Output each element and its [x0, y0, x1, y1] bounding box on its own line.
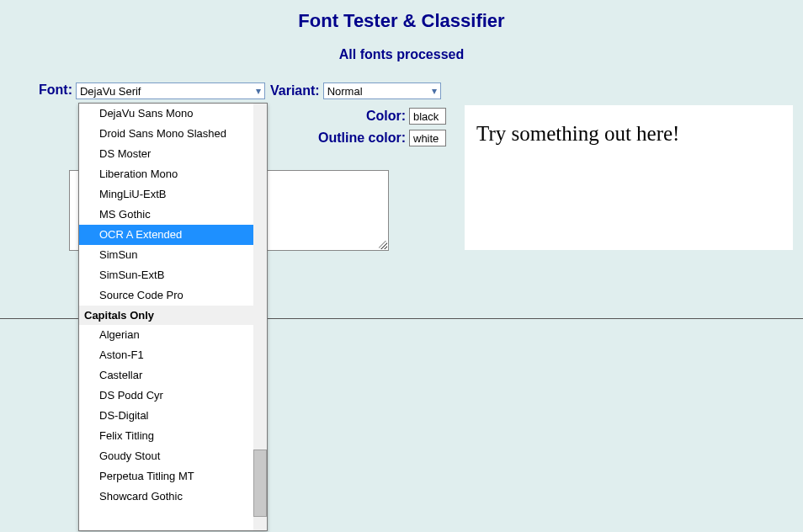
font-dropdown-option[interactable]: Droid Sans Mono Slashed [79, 124, 267, 144]
font-dropdown-option[interactable]: Perpetua Titling MT [79, 466, 267, 487]
chevron-down-icon: ▾ [254, 86, 263, 96]
font-dropdown-list[interactable]: DejaVu Sans MonoDroid Sans Mono SlashedD… [78, 103, 268, 531]
outline-color-label: Outline color: [318, 130, 406, 146]
color-input-value: black [413, 110, 439, 123]
font-dropdown-option[interactable]: Castellar [79, 365, 267, 386]
chevron-down-icon: ▾ [430, 86, 439, 96]
variant-select[interactable]: Normal ▾ [323, 82, 441, 99]
font-preview: Try something out here! [465, 105, 793, 250]
outline-color-input[interactable]: white [409, 130, 446, 146]
font-dropdown-option[interactable]: DS Moster [79, 144, 267, 164]
scrollbar-thumb[interactable] [253, 450, 267, 517]
font-dropdown-option[interactable]: SimSun-ExtB [79, 265, 267, 285]
font-select-value: DejaVu Serif [80, 85, 141, 98]
font-dropdown-option[interactable]: DejaVu Sans Mono [79, 104, 267, 124]
font-dropdown-option[interactable]: MingLiU-ExtB [79, 184, 267, 205]
variant-label: Variant: [270, 83, 320, 98]
color-label: Color: [366, 109, 406, 124]
font-dropdown-group: Capitals Only [79, 306, 267, 325]
scrollbar-track[interactable] [253, 104, 267, 530]
font-dropdown-option[interactable]: Liberation Mono [79, 164, 267, 184]
variant-select-value: Normal [327, 85, 363, 98]
preview-text: Try something out here! [476, 122, 679, 145]
font-dropdown-option[interactable]: Goudy Stout [79, 446, 267, 466]
font-dropdown-option[interactable]: DS-Digital [79, 406, 267, 426]
font-dropdown-option[interactable]: Algerian [79, 325, 267, 345]
font-dropdown-option[interactable]: OCR A Extended [79, 225, 267, 245]
font-dropdown-option[interactable]: Aston-F1 [79, 345, 267, 365]
color-input[interactable]: black [409, 108, 446, 125]
font-dropdown-option[interactable]: SimSun [79, 245, 267, 265]
font-dropdown-option[interactable]: Felix Titling [79, 426, 267, 446]
font-label: Font: [39, 82, 72, 98]
font-dropdown-option[interactable]: MS Gothic [79, 205, 267, 225]
font-dropdown-option[interactable]: DS Podd Cyr [79, 386, 267, 406]
outline-color-input-value: white [413, 132, 439, 145]
font-dropdown-option[interactable]: Source Code Pro [79, 285, 267, 306]
status-message: All fonts processed [0, 47, 803, 62]
font-dropdown-option[interactable]: Showcard Gothic [79, 487, 267, 507]
page-title: Font Tester & Classifier [0, 10, 803, 32]
font-select[interactable]: DejaVu Serif ▾ [76, 82, 265, 99]
